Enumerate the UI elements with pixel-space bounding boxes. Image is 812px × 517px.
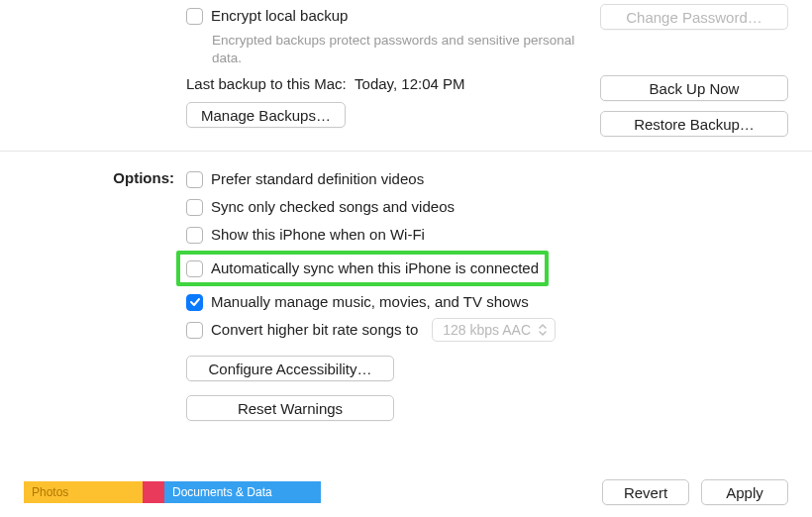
prefer-sd-checkbox[interactable] (186, 171, 203, 188)
auto-sync-label: Automatically sync when this iPhone is c… (211, 257, 539, 280)
show-wifi-label: Show this iPhone when on Wi-Fi (211, 223, 425, 247)
configure-accessibility-button[interactable]: Configure Accessibility… (186, 356, 394, 381)
auto-sync-checkbox[interactable] (186, 260, 203, 277)
encrypt-help-text: Encrypted backups protect passwords and … (212, 32, 590, 67)
storage-usage-bar: Photos Documents & Data (24, 481, 321, 503)
manual-manage-checkbox[interactable] (186, 294, 203, 311)
sync-checked-checkbox[interactable] (186, 199, 203, 216)
encrypt-local-backup-label: Encrypt local backup (211, 4, 348, 28)
section-divider (0, 151, 812, 152)
apply-button[interactable]: Apply (701, 479, 788, 505)
reset-warnings-button[interactable]: Reset Warnings (186, 395, 394, 421)
manual-manage-label: Manually manage music, movies, and TV sh… (211, 290, 529, 314)
updown-caret-icon (539, 324, 547, 336)
storage-segment-documents: Documents & Data (164, 481, 321, 503)
manage-backups-button[interactable]: Manage Backups… (186, 102, 346, 128)
show-wifi-checkbox[interactable] (186, 227, 203, 244)
bitrate-select[interactable]: 128 kbps AAC (432, 318, 556, 342)
encrypt-local-backup-checkbox[interactable] (186, 8, 203, 25)
change-password-button: Change Password… (600, 4, 788, 30)
restore-backup-button[interactable]: Restore Backup… (600, 111, 788, 137)
convert-bitrate-label: Convert higher bit rate songs to (211, 318, 418, 342)
bitrate-value: 128 kbps AAC (443, 318, 531, 342)
options-section-label: Options: (24, 167, 186, 186)
back-up-now-button[interactable]: Back Up Now (600, 75, 788, 101)
sync-checked-label: Sync only checked songs and videos (211, 195, 455, 219)
last-backup-label: Last backup to this Mac: (186, 75, 355, 92)
prefer-sd-label: Prefer standard definition videos (211, 167, 424, 191)
convert-bitrate-checkbox[interactable] (186, 322, 203, 339)
storage-segment-photos: Photos (24, 481, 143, 503)
last-backup-value: Today, 12:04 PM (355, 75, 464, 92)
auto-sync-highlight: Automatically sync when this iPhone is c… (176, 251, 549, 286)
revert-button[interactable]: Revert (602, 479, 689, 505)
storage-segment-other (143, 481, 164, 503)
